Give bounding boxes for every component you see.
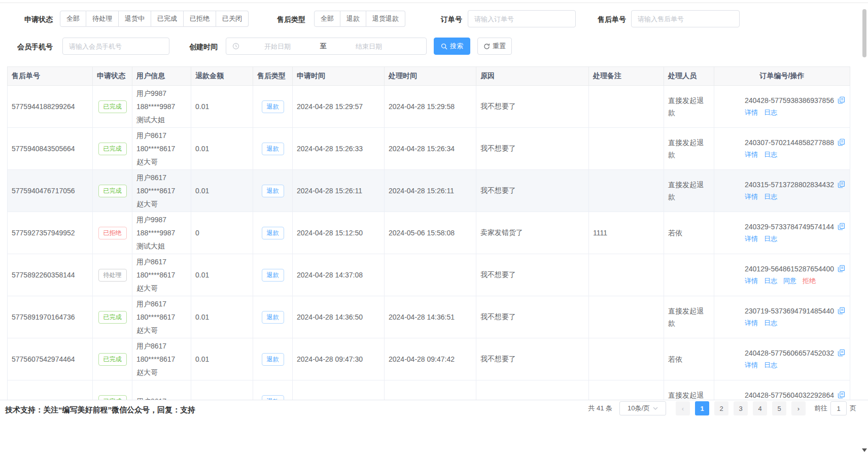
end-date-input[interactable] bbox=[331, 43, 407, 50]
handler-cell: 直接发起退款 bbox=[664, 86, 714, 128]
action-link[interactable]: 详情 bbox=[745, 109, 758, 116]
column-header: 处理时间 bbox=[385, 67, 476, 86]
type-cell: 退款 bbox=[253, 212, 293, 254]
user-info-cell: 用户9987188****9987测试大姐 bbox=[132, 86, 191, 128]
action-link[interactable]: 详情 bbox=[745, 319, 758, 327]
member-phone-label: 会员手机号 bbox=[17, 43, 53, 52]
refund-amount-cell: 0.01 bbox=[191, 86, 253, 128]
apply-time-cell: 2024-04-28 09:47:30 bbox=[293, 338, 385, 380]
status-filter-group-option[interactable]: 已拒绝 bbox=[184, 11, 216, 27]
refund-amount-cell: 0.01 bbox=[191, 254, 253, 296]
type-filter-group-option[interactable]: 全部 bbox=[314, 11, 340, 27]
copy-icon[interactable] bbox=[838, 307, 845, 315]
order-number: 240329-5733784749574144 bbox=[745, 223, 834, 231]
user-info-line: 赵大哥 bbox=[136, 282, 187, 295]
copy-icon[interactable] bbox=[838, 265, 845, 272]
remark-cell bbox=[589, 338, 664, 380]
type-cell: 退款 bbox=[253, 338, 293, 380]
aftersale-no-cell: 5775944188299264 bbox=[8, 86, 93, 128]
member-phone-input[interactable] bbox=[62, 38, 169, 55]
type-badge: 退款 bbox=[262, 311, 284, 324]
next-page-button[interactable]: › bbox=[791, 401, 806, 415]
handler-cell: 直接发起退款 bbox=[664, 128, 714, 170]
apply-time-cell: 2024-04-28 15:29:57 bbox=[293, 86, 385, 128]
start-date-input[interactable] bbox=[239, 43, 316, 50]
action-link[interactable]: 同意 bbox=[783, 277, 796, 285]
scrollbar-thumb[interactable] bbox=[862, 9, 866, 57]
status-badge: 已完成 bbox=[98, 143, 127, 155]
scrollbar-down-arrow[interactable] bbox=[862, 448, 867, 452]
page-button[interactable]: 5 bbox=[772, 401, 786, 415]
apply-time-cell: 2024-04-28 15:26:33 bbox=[293, 128, 385, 170]
action-link[interactable]: 详情 bbox=[745, 361, 758, 369]
action-link[interactable]: 拒绝 bbox=[803, 277, 816, 285]
order-cell: 240428-5775606657452032详情日志 bbox=[714, 338, 850, 380]
copy-icon[interactable] bbox=[838, 181, 845, 188]
action-link[interactable]: 详情 bbox=[745, 277, 758, 285]
action-link[interactable]: 日志 bbox=[764, 361, 777, 369]
action-link[interactable]: 日志 bbox=[764, 109, 777, 116]
user-info-line: 测试大姐 bbox=[136, 113, 187, 126]
aftersale-no-label: 售后单号 bbox=[598, 15, 626, 24]
user-info-line: 用户8617 bbox=[136, 339, 187, 353]
copy-icon[interactable] bbox=[838, 223, 845, 230]
action-link[interactable]: 详情 bbox=[745, 235, 758, 242]
bottom-bar: 技术支持：关注“编写美好前程”微信公众号，回复：支持 共 41 条 10条/页 … bbox=[0, 400, 868, 453]
page-size-select[interactable]: 10条/页 bbox=[619, 401, 666, 415]
page-button[interactable]: 2 bbox=[714, 401, 728, 415]
type-cell: 退款 bbox=[253, 128, 293, 170]
apply-time-cell: 2024-04-28 14:36:50 bbox=[293, 296, 385, 338]
action-link[interactable]: 日志 bbox=[764, 235, 777, 242]
page-button[interactable]: 1 bbox=[695, 401, 709, 415]
column-header: 退款金额 bbox=[191, 67, 253, 86]
status-filter-group-option[interactable]: 已关闭 bbox=[216, 11, 249, 27]
reset-button[interactable]: 重置 bbox=[477, 38, 512, 55]
user-info-line: 赵大哥 bbox=[136, 366, 187, 379]
action-link[interactable]: 日志 bbox=[764, 319, 777, 327]
action-link[interactable]: 日志 bbox=[764, 193, 777, 200]
user-info-line: 赵大哥 bbox=[136, 324, 187, 337]
type-filter-group-option[interactable]: 退款 bbox=[340, 11, 366, 27]
goto-page-input[interactable] bbox=[830, 401, 847, 415]
handle-time-cell: 2024-05-06 15:58:08 bbox=[385, 212, 476, 254]
user-info-line: 180****8617 bbox=[136, 268, 187, 282]
action-link[interactable]: 日志 bbox=[764, 151, 777, 158]
aftersale-no-cell: 5775940843505664 bbox=[8, 128, 93, 170]
copy-icon[interactable] bbox=[838, 349, 845, 357]
action-link[interactable]: 详情 bbox=[745, 193, 758, 200]
user-info-cell: 用户8617180****8617赵大哥 bbox=[132, 170, 191, 212]
user-info-cell: 用户8617180****8617赵大哥 bbox=[132, 128, 191, 170]
prev-page-button[interactable]: ‹ bbox=[676, 401, 690, 415]
user-info-cell: 用户9987188****9987测试大姐 bbox=[132, 212, 191, 254]
page-button[interactable]: 3 bbox=[734, 401, 748, 415]
action-link[interactable]: 详情 bbox=[745, 151, 758, 158]
status-filter-group-option[interactable]: 退货中 bbox=[119, 11, 151, 27]
copy-icon[interactable] bbox=[838, 96, 845, 104]
status-filter-group-option[interactable]: 全部 bbox=[60, 11, 86, 27]
search-button[interactable]: 搜索 bbox=[434, 38, 470, 55]
status-filter-group-option[interactable]: 已完成 bbox=[151, 11, 184, 27]
status-cell: 已拒绝 bbox=[93, 212, 132, 254]
user-info-cell: 用户8617180****8617赵大哥 bbox=[132, 338, 191, 380]
aftersale-no-input[interactable] bbox=[631, 10, 740, 27]
date-range-picker[interactable]: 至 bbox=[226, 38, 427, 55]
status-filter-group-option[interactable]: 待处理 bbox=[86, 11, 119, 27]
reason-cell: 我不想要了 bbox=[476, 86, 589, 128]
aftersale-no-cell: 5775891970164736 bbox=[8, 296, 93, 338]
user-info-line: 用户9987 bbox=[136, 87, 187, 100]
type-filter-group-option[interactable]: 退货退款 bbox=[366, 11, 405, 27]
refund-amount-cell: 0.01 bbox=[191, 128, 253, 170]
page-button[interactable]: 4 bbox=[753, 401, 767, 415]
column-header: 售后类型 bbox=[253, 67, 293, 86]
user-info-line: 180****8617 bbox=[136, 353, 187, 366]
order-no-input[interactable] bbox=[468, 10, 576, 27]
action-link[interactable]: 日志 bbox=[764, 277, 777, 285]
copy-icon[interactable] bbox=[838, 391, 845, 399]
copy-icon[interactable] bbox=[838, 138, 845, 146]
table-row: 5775891970164736已完成用户8617180****8617赵大哥0… bbox=[8, 296, 850, 338]
clock-icon bbox=[232, 43, 239, 50]
page-unit-label: 页 bbox=[850, 404, 856, 413]
remark-cell: 1111 bbox=[589, 212, 664, 254]
order-number: 240307-5702144858277888 bbox=[745, 138, 834, 147]
order-cell: 240428-5775938386937856详情日志 bbox=[714, 86, 850, 128]
